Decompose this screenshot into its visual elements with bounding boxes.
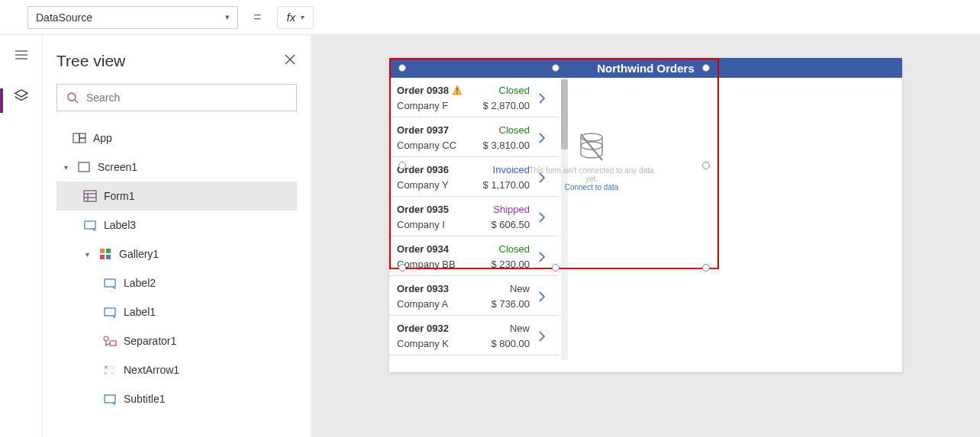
formula-input[interactable] (324, 6, 974, 29)
equals-sign: = (249, 9, 266, 25)
tree-item-form1[interactable]: Form1 (56, 182, 297, 210)
nextarrow-icon: ✕♡+→ (102, 362, 118, 378)
chevron-right-icon (537, 250, 546, 264)
next-arrow[interactable] (533, 290, 551, 304)
svg-rect-19 (100, 255, 105, 259)
order-company: Company K (397, 338, 488, 349)
tree-search-input[interactable] (86, 92, 287, 104)
tree-item-label: App (93, 132, 112, 144)
tree-item-label: Label2 (124, 277, 156, 289)
tree-item-label: Separator1 (124, 335, 176, 347)
order-company: Company BB (397, 259, 488, 270)
search-icon (66, 92, 79, 104)
svg-rect-8 (73, 133, 79, 143)
gallery-item[interactable]: Order 0933NewCompany A$ 736.00 (389, 276, 559, 316)
order-company: Company Y (397, 179, 480, 191)
tree-view-close-button[interactable] (283, 53, 297, 69)
chevron-right-icon (537, 329, 546, 343)
hamburger-menu-button[interactable] (12, 46, 31, 64)
svg-point-23 (104, 336, 108, 341)
order-status: Closed (499, 85, 530, 96)
close-icon (283, 53, 297, 66)
tree-item-separator1[interactable]: Separator1 (56, 326, 297, 355)
order-amount: $ 606.50 (491, 219, 530, 230)
svg-text:✕: ✕ (104, 365, 108, 370)
canvas-area: Northwind Orders This form isn't connect (311, 35, 980, 437)
order-status: Shipped (493, 204, 530, 215)
chevron-right-icon (537, 171, 546, 185)
svg-rect-22 (105, 308, 115, 316)
tree-item-label2[interactable]: Label2 (56, 268, 297, 297)
caret-down-icon[interactable]: ▾ (61, 163, 70, 172)
svg-text:♡: ♡ (110, 365, 114, 370)
tree-view-rail-button[interactable] (12, 87, 31, 105)
tree-view-panel: Tree view App ▾ Screen1 Form1 (43, 35, 311, 437)
chevron-right-icon (537, 92, 546, 105)
tree-scroll[interactable]: App ▾ Screen1 Form1 Label3 ▾ (56, 124, 297, 437)
order-title: Order 0935 (397, 204, 488, 215)
order-status: Invoiced (493, 164, 530, 175)
hamburger-icon (14, 47, 29, 63)
order-company: Company F (397, 100, 480, 111)
svg-rect-11 (79, 162, 89, 172)
fx-label: fx (287, 11, 296, 24)
tree-item-subtitle1[interactable]: Subtitle1 (56, 384, 297, 413)
order-title: Order 0938 (397, 85, 480, 96)
order-amount: $ 1,170.00 (483, 179, 530, 191)
tree-item-gallery1[interactable]: ▾ Gallery1 (56, 239, 297, 268)
caret-down-icon[interactable]: ▾ (82, 250, 92, 259)
tree-item-label1[interactable]: Label1 (56, 297, 297, 326)
screen-icon (76, 159, 92, 175)
next-arrow[interactable] (533, 171, 551, 185)
property-dropdown[interactable]: DataSource ▾ (27, 6, 238, 29)
tree-item-label3[interactable]: Label3 (56, 210, 297, 239)
app-canvas[interactable]: Northwind Orders This form isn't connect (389, 58, 902, 372)
tree-search-box[interactable] (56, 84, 297, 111)
tree-item-screen1[interactable]: ▾ Screen1 (56, 153, 297, 182)
tree-item-label: Screen1 (98, 161, 137, 173)
svg-text:+: + (104, 371, 107, 376)
order-amount: $ 230.00 (491, 259, 530, 270)
tree-view-title: Tree view (56, 52, 125, 70)
tree-item-label: Label3 (104, 219, 136, 231)
tree-item-label: Label1 (124, 306, 156, 318)
gallery-item[interactable]: Order 0934ClosedCompany BB$ 230.00 (389, 236, 559, 276)
next-arrow[interactable] (533, 131, 551, 145)
order-amount: $ 736.00 (491, 298, 530, 310)
gallery-item[interactable]: Order 0935ShippedCompany I$ 606.50 (389, 197, 559, 236)
next-arrow[interactable] (533, 250, 551, 264)
order-company: Company A (397, 298, 488, 310)
tree-item-app[interactable]: App (56, 124, 297, 153)
tree-item-nextarrow1[interactable]: ✕♡+→ NextArrow1 (56, 355, 297, 384)
order-company: Company CC (397, 140, 480, 151)
gallery-item[interactable]: Order 0932NewCompany K$ 800.00 (389, 316, 559, 355)
label-icon (102, 275, 118, 291)
order-status: Closed (499, 124, 530, 136)
svg-point-35 (456, 92, 458, 94)
chevron-down-icon: ▾ (225, 12, 230, 22)
order-amount: $ 2,870.00 (483, 100, 530, 111)
gallery-icon (98, 246, 113, 262)
orders-gallery[interactable]: Order 0938ClosedCompany F$ 2,870.00Order… (389, 78, 559, 372)
chevron-down-icon: ▾ (300, 13, 304, 21)
gallery-item[interactable]: Order 0938ClosedCompany F$ 2,870.00 (389, 78, 559, 117)
rail-active-indicator (0, 88, 3, 113)
label-icon (102, 304, 118, 320)
order-title: Order 0934 (397, 243, 488, 255)
order-amount: $ 800.00 (491, 338, 530, 349)
next-arrow[interactable] (533, 92, 551, 105)
order-amount: $ 3,810.00 (483, 140, 530, 151)
next-arrow[interactable] (533, 210, 551, 224)
next-arrow[interactable] (533, 329, 551, 343)
fx-button[interactable]: fx ▾ (277, 6, 314, 29)
warning-icon (452, 85, 463, 95)
gallery-item[interactable]: Order 0936InvoicedCompany Y$ 1,170.00 (389, 157, 559, 197)
left-rail (0, 35, 43, 437)
svg-rect-21 (105, 279, 115, 287)
gallery-item[interactable]: Order 0937ClosedCompany CC$ 3,810.00 (389, 117, 559, 157)
svg-rect-24 (110, 341, 116, 345)
connect-to-data-link[interactable]: Connect to data (565, 183, 619, 191)
svg-rect-16 (85, 221, 95, 229)
app-icon (72, 130, 87, 146)
separator-icon (102, 333, 118, 349)
